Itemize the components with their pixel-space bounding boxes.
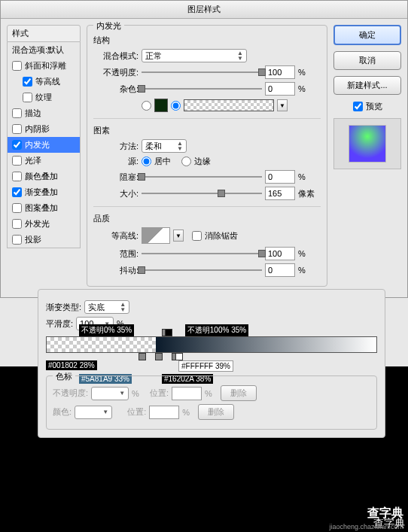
jitter-slider[interactable]	[142, 265, 262, 275]
updown-icon: ▲▼	[177, 141, 183, 151]
solid-color-radio[interactable]	[142, 101, 151, 111]
preview-label: 预览	[366, 101, 382, 112]
checkbox-drop-shadow[interactable]	[12, 235, 22, 245]
stop-opacity-label: 不透明度:	[53, 388, 88, 399]
technique-select[interactable]: 柔和▲▼	[142, 139, 187, 153]
blend-mode-select[interactable]: 正常▲▼	[142, 49, 247, 62]
style-outer-glow[interactable]: 外发光	[8, 216, 80, 232]
inner-glow-legend: 内发光	[93, 20, 124, 32]
percent-unit: %	[205, 389, 212, 398]
style-inner-shadow[interactable]: 内阴影	[8, 121, 80, 137]
gradient-bar[interactable]: 不透明0% 35% 不透明100% 35% #001802 28% #FFFFF…	[46, 336, 377, 353]
style-bevel[interactable]: 斜面和浮雕	[8, 58, 80, 74]
style-satin[interactable]: 光泽	[8, 153, 80, 169]
gradient-type-value: 实底	[88, 302, 105, 313]
antialias-label: 消除锯齿	[205, 230, 238, 242]
checkbox-contour[interactable]	[23, 77, 32, 87]
contour-dropdown-icon[interactable]: ▼	[173, 230, 184, 242]
style-texture[interactable]: 纹理	[8, 90, 80, 105]
style-gradient-overlay[interactable]: 渐变叠加	[8, 184, 80, 200]
style-pattern-overlay[interactable]: 图案叠加	[8, 200, 80, 216]
dialog-title: 图层样式	[1, 1, 407, 19]
blend-mode-label: 混合模式:	[93, 50, 139, 62]
checkbox-satin[interactable]	[12, 156, 22, 166]
antialias-checkbox[interactable]	[192, 231, 202, 241]
source-center-label: 居中	[154, 156, 171, 167]
size-slider[interactable]	[142, 188, 262, 199]
percent-unit: %	[132, 389, 139, 398]
choke-input[interactable]	[265, 170, 295, 184]
delete-color-stop-button: 删除	[198, 404, 234, 420]
source-edge-radio[interactable]	[181, 157, 191, 166]
jitter-unit: %	[298, 266, 321, 275]
opacity-label: 不透明度:	[93, 67, 139, 78]
opacity-stop[interactable]	[165, 329, 172, 336]
dropdown-icon: ▼	[102, 409, 108, 415]
contour-picker[interactable]	[142, 227, 170, 244]
layer-style-dialog: 图层样式 样式 混合选项:默认 斜面和浮雕 等高线 纹理 描边 内阴影 内发光 …	[0, 0, 408, 298]
size-unit: 像素	[298, 188, 321, 199]
checkbox-color-overlay[interactable]	[12, 172, 22, 181]
range-label: 范围:	[93, 248, 139, 260]
style-label: 图案叠加	[25, 202, 58, 214]
color-stop[interactable]	[155, 353, 163, 360]
gradient-type-select[interactable]: 实底▲▼	[84, 300, 129, 314]
checkbox-bevel[interactable]	[12, 61, 22, 71]
technique-label: 方法:	[93, 141, 139, 152]
stop-color-select: ▼	[75, 406, 112, 419]
style-label: 外发光	[25, 218, 50, 230]
blend-mode-value: 正常	[145, 50, 162, 62]
blend-options-default[interactable]: 混合选项:默认	[8, 42, 80, 58]
choke-unit: %	[298, 172, 321, 181]
checkbox-inner-glow[interactable]	[12, 140, 22, 150]
preview-swatch	[349, 125, 386, 163]
style-stroke[interactable]: 描边	[8, 105, 80, 121]
style-label: 内发光	[25, 139, 50, 150]
ok-button[interactable]: 确定	[333, 25, 401, 45]
new-style-button[interactable]: 新建样式...	[333, 76, 401, 95]
range-slider[interactable]	[142, 248, 262, 259]
noise-slider[interactable]	[142, 84, 262, 94]
checkbox-gradient-overlay[interactable]	[12, 187, 22, 197]
checkbox-outer-glow[interactable]	[12, 219, 22, 229]
color-stop[interactable]	[139, 353, 146, 360]
gradient-radio[interactable]	[171, 101, 181, 111]
gradient-dropdown-icon[interactable]: ▼	[277, 99, 288, 111]
checkbox-texture[interactable]	[23, 93, 32, 102]
percent-unit: %	[182, 408, 190, 417]
stops-group: 色标 不透明度: ▼ % 位置: % 删除 颜色: ▼ 位置: % 删除	[46, 375, 377, 430]
range-input[interactable]	[265, 247, 295, 260]
style-label: 描边	[25, 108, 41, 119]
checkbox-stroke[interactable]	[12, 108, 22, 118]
gradient-type-label: 渐变类型:	[46, 302, 81, 313]
stops-legend: 色标	[53, 371, 75, 382]
styles-list: 混合选项:默认 斜面和浮雕 等高线 纹理 描边 内阴影 内发光 光泽 颜色叠加 …	[7, 42, 81, 248]
gradient-preview[interactable]	[184, 99, 274, 111]
source-center-radio[interactable]	[142, 157, 151, 166]
color-stop-label-1: #001802 28%	[46, 360, 97, 370]
technique-value: 柔和	[145, 141, 162, 152]
opacity-slider[interactable]	[142, 67, 262, 78]
jitter-input[interactable]	[265, 263, 295, 277]
noise-input[interactable]	[265, 82, 295, 96]
range-unit: %	[298, 249, 321, 258]
size-input[interactable]	[265, 187, 295, 200]
solid-color-swatch[interactable]	[154, 99, 168, 112]
cancel-button[interactable]: 取消	[333, 51, 401, 70]
stop-color-label: 颜色:	[53, 406, 72, 418]
style-label: 光泽	[25, 155, 41, 166]
choke-label: 阻塞:	[93, 172, 139, 183]
structure-legend: 结构	[93, 35, 321, 46]
color-stop[interactable]	[175, 353, 183, 360]
opacity-input[interactable]	[265, 65, 295, 79]
style-drop-shadow[interactable]: 投影	[8, 232, 80, 248]
checkbox-pattern-overlay[interactable]	[12, 203, 22, 213]
checkbox-inner-shadow[interactable]	[12, 124, 22, 134]
preview-checkbox[interactable]	[353, 102, 363, 111]
style-inner-glow[interactable]: 内发光	[8, 137, 80, 153]
watermark-url: jiaocheng.chazidian.com	[329, 523, 403, 530]
style-color-overlay[interactable]: 颜色叠加	[8, 169, 80, 184]
style-contour[interactable]: 等高线	[8, 74, 80, 90]
style-label: 纹理	[35, 92, 52, 103]
choke-slider[interactable]	[142, 172, 262, 182]
